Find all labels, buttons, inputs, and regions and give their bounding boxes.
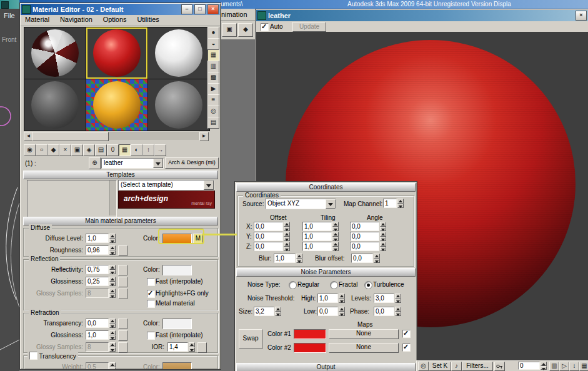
slot-scrollbar[interactable]: ◄ ► [24,132,207,140]
grid-toggle-icon[interactable]: ▦ [579,362,588,371]
spinner-arrows[interactable] [284,242,290,251]
auto-checkbox[interactable] [261,23,269,31]
select-by-material-icon[interactable]: ◎ [207,106,219,117]
angle-y-spinner[interactable]: 0,0 [350,232,386,241]
roughness-spinner[interactable]: 0,96 [86,245,116,255]
color2-map-enable-checkbox[interactable] [402,344,411,352]
highlights-fg-only-checkbox[interactable] [147,290,155,298]
selection-lock-icon[interactable]: ◎ [418,362,429,371]
show-end-result-icon[interactable]: ◐ [131,144,142,156]
offset-y-spinner[interactable]: 0,0 [254,232,290,241]
sample-uv-tiling-icon[interactable]: ▥ [207,61,219,72]
blur-spinner[interactable]: 1,0 [274,254,302,263]
refraction-glossy-samples-map-button[interactable] [118,342,127,353]
spinner-arrows[interactable] [109,245,116,255]
tiling-z-spinner[interactable]: 1,0 [302,242,339,251]
chevron-down-icon[interactable] [204,181,214,190]
ior-map-button[interactable] [197,342,207,353]
spinner-arrows[interactable] [296,254,302,263]
spinner-arrows[interactable] [109,234,116,243]
ior-spinner[interactable]: 1,4 [167,342,195,352]
spinner-arrows[interactable] [332,232,339,241]
close-icon[interactable]: × [576,11,587,21]
play-animation-icon[interactable]: ▷ [559,362,569,371]
color2-map-button[interactable]: None [329,343,399,353]
color1-map-button[interactable]: None [329,329,399,339]
offset-x-spinner[interactable]: 0,0 [254,222,290,231]
glossy-samples-map-button[interactable] [118,289,127,299]
time-scrub-icon[interactable]: ↕ [569,362,579,371]
roughness-map-button[interactable] [118,245,127,256]
spinner-arrows[interactable] [109,319,116,328]
menu-fragment-label[interactable]: nimation [221,11,247,18]
spinner-arrows[interactable] [380,242,386,251]
translucency-checkbox[interactable] [29,352,37,360]
put-material-to-scene-icon[interactable]: ○ [36,144,47,156]
spinner-arrows[interactable] [109,277,116,286]
tiling-y-spinner[interactable]: 1,0 [302,232,339,241]
spinner-arrows[interactable] [374,254,380,263]
spinner-arrows[interactable] [284,222,290,231]
set-key-button[interactable]: Set K [429,362,451,371]
backlight-icon[interactable]: ◒ [207,38,219,50]
noise-type-regular-radio[interactable] [289,281,297,289]
refraction-glossiness-spinner[interactable]: 1,0 [86,330,116,340]
go-forward-to-sibling-icon[interactable]: → [154,144,166,156]
time-field[interactable]: 0 [518,362,547,370]
chevron-down-icon[interactable] [326,199,336,209]
get-material-icon[interactable]: ◉ [24,144,36,156]
angle-z-spinner[interactable]: 0,0 [350,242,386,251]
sample-slot-1[interactable] [24,27,86,79]
material-editor-titlebar[interactable]: Material Editor - 02 - Default – □ × [21,4,220,15]
spinner-arrows[interactable] [275,307,281,316]
refraction-color-swatch[interactable] [162,319,192,329]
spinner-arrows[interactable] [109,289,116,298]
sample-slot-3[interactable] [148,27,209,79]
reflectivity-map-button[interactable] [118,265,127,275]
key-icon[interactable] [494,362,505,371]
render-window-titlebar[interactable]: leather × [256,10,588,21]
spinner-arrows[interactable] [397,199,404,208]
color2-swatch[interactable] [294,343,326,353]
reflection-glossiness-spinner[interactable]: 0,25 [86,277,116,286]
noise-type-turbulence-radio[interactable] [364,281,372,289]
menu-navigation[interactable]: Navigation [56,15,97,24]
reflectivity-spinner[interactable]: 0,75 [86,265,116,274]
spinner-arrows[interactable] [395,294,401,303]
align-tool-icon[interactable]: ◆ [238,23,253,37]
material-id-channel-icon[interactable]: 0 [107,144,119,156]
spinner-arrows[interactable] [339,307,345,316]
refraction-glossiness-map-button[interactable] [118,330,127,341]
size-spinner[interactable]: 3,2 [254,307,281,316]
spinner-arrows[interactable] [332,242,339,251]
key-filters-button[interactable]: Filters... [462,362,493,371]
spinner-arrows[interactable] [189,342,195,352]
sample-slot-4[interactable] [24,79,86,131]
spinner-arrows[interactable] [380,232,386,241]
pick-material-icon[interactable]: ⊕ [89,157,101,169]
blur-offset-spinner[interactable]: 0,0 [351,254,380,263]
assign-material-to-selection-icon[interactable]: ◆ [47,144,59,156]
reflection-glossiness-map-button[interactable] [118,277,127,287]
high-spinner[interactable]: 1,0 [317,294,345,303]
material-map-navigator-icon[interactable]: ▤ [207,117,219,129]
refraction-glossy-samples-spinner[interactable]: 8 [86,342,116,352]
spinner-arrows[interactable] [332,222,339,231]
color1-map-enable-checkbox[interactable] [402,330,411,338]
spinner-arrows[interactable] [339,294,345,303]
scroll-right-icon[interactable]: ► [199,132,209,141]
show-map-in-viewport-icon[interactable]: ▦ [119,144,131,156]
video-color-check-icon[interactable]: ▩ [207,72,219,84]
glossy-samples-spinner[interactable]: 8 [86,289,116,298]
spinner-arrows[interactable] [395,307,401,316]
sample-type-icon[interactable]: ● [207,27,219,39]
options-icon[interactable]: ≡ [207,94,219,106]
levels-spinner[interactable]: 3,0 [374,294,401,303]
scroll-left-icon[interactable]: ◄ [24,132,33,141]
noise-parameters-rollout-header[interactable]: Noise Parameters [236,268,416,277]
time-value[interactable]: 0 [518,362,540,370]
spinner-arrows[interactable] [380,222,386,231]
output-rollout-header[interactable]: Output [236,363,416,371]
frame-marker-icon[interactable]: ▥ [549,362,559,371]
sample-slot-5[interactable] [86,79,147,131]
